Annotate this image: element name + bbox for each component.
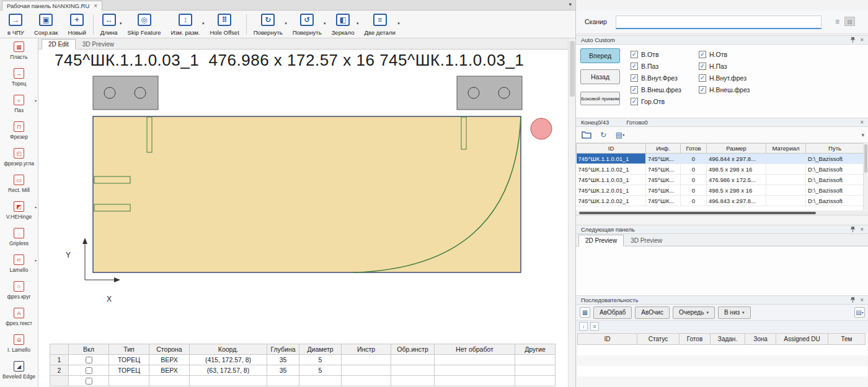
close-icon[interactable]: × bbox=[860, 227, 864, 233]
sidebar-item-i-lamello[interactable]: ⊖ I. Lamello bbox=[0, 331, 38, 358]
to-cnc-button[interactable]: → в ЧПУ bbox=[2, 12, 29, 37]
tab-2d-edit[interactable]: 2D Edit bbox=[42, 39, 76, 50]
auto-clear-button[interactable]: АвОчис bbox=[635, 307, 670, 319]
two-parts-icon: ≡ bbox=[373, 14, 387, 26]
rotate-button[interactable]: ↻ Повернуть ▾ bbox=[249, 12, 288, 37]
pin-icon[interactable] bbox=[850, 297, 856, 304]
chevron-down-icon[interactable]: ▾ bbox=[324, 21, 326, 26]
chevron-down-icon[interactable]: ▾ bbox=[356, 21, 359, 26]
enable-checkbox[interactable] bbox=[86, 357, 92, 363]
y-axis-label: Y bbox=[66, 251, 71, 259]
mirror-button[interactable]: ◧ Зеркало ▾ bbox=[327, 12, 360, 37]
skip-feature-button[interactable]: ◎ Skip Feature bbox=[123, 12, 166, 37]
check-v-vnesh-frez[interactable]: ✓В.Внеш.фрез bbox=[631, 85, 681, 93]
sidebar-item-frezer[interactable]: ⊓ Фрезер bbox=[0, 118, 38, 145]
check-v-otv[interactable]: ✓В.Отв bbox=[631, 50, 681, 58]
close-icon[interactable]: × bbox=[94, 3, 97, 9]
pin-icon[interactable] bbox=[850, 37, 856, 44]
two-parts-button[interactable]: ≡ Две детали ▾ bbox=[360, 12, 401, 37]
check-v-paz[interactable]: ✓В.Паз bbox=[631, 62, 681, 70]
scan-input[interactable] bbox=[616, 15, 822, 29]
chevron-down-icon[interactable]: ▾ bbox=[202, 21, 205, 26]
table-row[interactable]: 745^ШК.1.2.0.02_1 745^ШК... 0 496.843 x … bbox=[577, 196, 864, 206]
sidebar-item-torec[interactable]: → Торец bbox=[0, 65, 38, 92]
chevron-down-icon[interactable]: ▾ bbox=[285, 21, 287, 26]
chevron-down-icon[interactable]: ▾ bbox=[120, 21, 122, 26]
chevron-down-icon[interactable]: ▾ bbox=[861, 132, 864, 138]
enable-checkbox-cell bbox=[69, 355, 109, 365]
tab-3d-preview[interactable]: 3D Preview bbox=[76, 39, 121, 50]
refresh-icon[interactable]: ↻ bbox=[597, 129, 609, 141]
table-row[interactable]: 2 ТОРЕЦ ВЕРХ (63, 172.57, 8) 35 5 bbox=[50, 365, 556, 376]
save-as-button[interactable]: ▣ Сохр.как bbox=[29, 12, 63, 37]
sidebar-item-paz[interactable]: = Паз ▾ bbox=[0, 92, 38, 118]
enable-checkbox[interactable] bbox=[86, 367, 92, 374]
sidebar-item-frez-tekst[interactable]: A фрез.текст bbox=[0, 305, 38, 331]
tab-2d-preview[interactable]: 2D Preview bbox=[578, 235, 624, 246]
layout-icon[interactable]: ▤▾ bbox=[614, 129, 626, 141]
workspace-tab[interactable]: Рабочая панель NANXING.RU × bbox=[2, 1, 102, 11]
sidebar-item-vhehinge[interactable]: ◩ V.HEHinge ▾ bbox=[0, 198, 38, 225]
sidebar-item-gripless[interactable]: ◌ Gripless bbox=[0, 225, 38, 251]
queue-vertical-scrollbar[interactable] bbox=[863, 143, 868, 210]
scrollbar-thumb[interactable] bbox=[864, 144, 867, 173]
list-icon[interactable]: ≡ bbox=[835, 17, 839, 26]
chevron-down-icon[interactable]: ▾ bbox=[35, 98, 37, 103]
side-clamp-button[interactable]: Боковой прижим bbox=[580, 92, 620, 105]
check-v-vnut-frez[interactable]: ✓В.Внут.Фрез bbox=[631, 74, 681, 82]
canvas-vertical-scrollbar[interactable] bbox=[568, 38, 575, 387]
queue-button[interactable]: Очередь▾ bbox=[673, 307, 715, 319]
check-n-vnesh-frez[interactable]: ✓Н.Внеш.фрез bbox=[699, 85, 750, 93]
sidebar-item-lamello[interactable]: ⊂ Lamello ▾ bbox=[0, 251, 38, 278]
table-row[interactable]: 745^ШК.1.1.0.01_1 745^ШК... 0 496.844 x … bbox=[577, 154, 864, 164]
clipboard-icon[interactable]: ▦ bbox=[580, 307, 590, 318]
chevron-down-icon[interactable]: ▾ bbox=[397, 21, 400, 26]
forward-button[interactable]: Вперед bbox=[580, 48, 620, 63]
length-button[interactable]: ↔ Длина ▾ bbox=[95, 12, 123, 37]
sidebar-item-rect-mill[interactable]: ▭ Rect. Mill bbox=[0, 172, 38, 198]
table-row[interactable]: 745^ШК.1.2.0.01_1 745^ШК... 0 498.5 x 29… bbox=[577, 185, 864, 196]
clamp-block-left[interactable] bbox=[93, 76, 158, 110]
hole-offset-button[interactable]: ⠿ Hole Offset bbox=[205, 12, 244, 37]
clamp-block-right[interactable] bbox=[457, 76, 522, 110]
list-icon[interactable]: ≡ bbox=[590, 322, 599, 331]
check-n-paz[interactable]: ✓Н.Паз bbox=[699, 62, 750, 70]
new-button[interactable]: + Новый bbox=[63, 12, 91, 37]
sidebar-item-beveled-edge[interactable]: ◢ Beveled Edge bbox=[0, 358, 38, 385]
panel-outline[interactable] bbox=[93, 116, 521, 272]
sidebar-item-plast[interactable]: ▦ Пласть bbox=[0, 38, 38, 65]
back-button[interactable]: Назад bbox=[580, 69, 620, 84]
drawing-canvas[interactable]: 745^ШК.1.1.0.03_1 476.986 x 172.57 x 16 … bbox=[38, 50, 568, 344]
queue-horizontal-scrollbar[interactable] bbox=[576, 211, 868, 215]
pin-icon[interactable] bbox=[850, 226, 856, 233]
table-row[interactable]: 1 ТОРЕЦ ВЕРХ (415, 172.57, 8) 35 5 bbox=[50, 355, 556, 365]
sidebar-item-frezer-ugla[interactable]: ◰ фрезер.угла bbox=[0, 145, 38, 172]
check-n-vnut-frez[interactable]: ✓Н.Внут.фрез bbox=[699, 74, 750, 82]
enable-checkbox-cell bbox=[69, 365, 109, 376]
chevron-down-icon[interactable]: ▾ bbox=[35, 258, 37, 263]
sidebar-item-frez-krug[interactable]: ○ фрез.круг bbox=[0, 278, 38, 305]
close-icon[interactable]: × bbox=[860, 297, 864, 303]
rotate-alt-button[interactable]: ↺ Повернуть ▾ bbox=[288, 12, 327, 37]
enable-checkbox[interactable] bbox=[86, 378, 92, 385]
resize-button[interactable]: ↕ Изм. разм. ▾ bbox=[166, 12, 205, 37]
tab-3d-preview[interactable]: 3D Preview bbox=[624, 235, 669, 246]
table-row[interactable] bbox=[50, 376, 556, 386]
move-bottom-icon[interactable]: ↓ bbox=[579, 322, 588, 331]
move-down-button[interactable]: В низ▾ bbox=[718, 307, 751, 319]
check-gor-otv[interactable]: ✓Гор.Отв bbox=[631, 97, 681, 105]
table-row[interactable]: 745^ШК.1.1.0.02_1 745^ШК... 0 498.5 x 29… bbox=[577, 164, 864, 175]
table-row[interactable]: 745^ШК.1.1.0.03_1 745^ШК... 0 476.986 x … bbox=[577, 175, 864, 185]
mirror-icon: ◧ bbox=[336, 14, 350, 26]
open-folder-icon[interactable] bbox=[580, 129, 593, 141]
check-n-otv[interactable]: ✓Н.Отв bbox=[699, 50, 750, 58]
scrollbar-thumb[interactable] bbox=[579, 212, 816, 214]
close-icon[interactable]: × bbox=[860, 37, 864, 43]
close-icon[interactable]: × bbox=[860, 120, 864, 126]
hole-marker[interactable] bbox=[531, 118, 552, 139]
auto-process-button[interactable]: АвОбраб bbox=[593, 307, 632, 319]
chevron-down-icon[interactable]: ▾ bbox=[35, 205, 37, 209]
scrollbar-thumb[interactable] bbox=[570, 41, 575, 97]
chevron-down-icon[interactable]: ▾ bbox=[569, 1, 572, 7]
group-view-icon[interactable]: ▤▾ bbox=[854, 307, 865, 318]
